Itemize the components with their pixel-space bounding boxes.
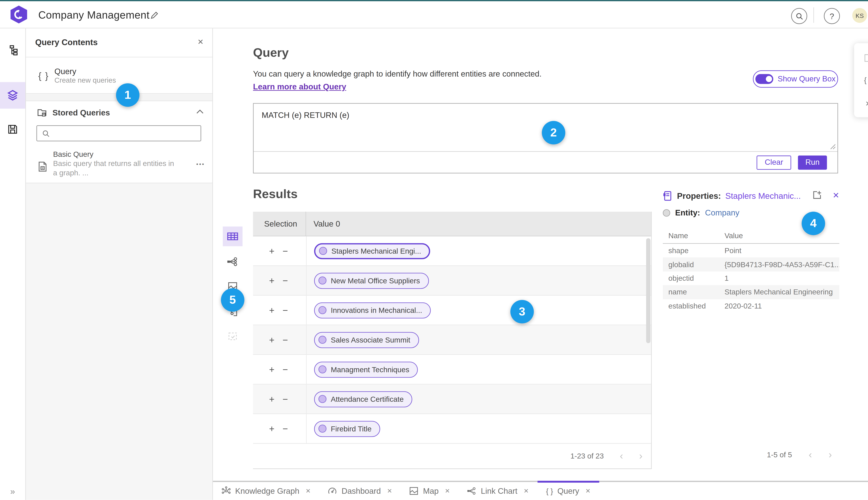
property-row: shape Point [663, 244, 840, 258]
property-name: name [663, 288, 724, 296]
contents-tool-button[interactable] [0, 82, 25, 109]
add-to-selection-button[interactable]: + [269, 395, 274, 404]
add-to-selection-button[interactable]: + [269, 306, 274, 315]
remove-from-selection-button[interactable]: − [283, 306, 288, 315]
query-item-subtitle: Create new queries [54, 76, 116, 84]
entity-pill[interactable]: Innovations in Mechanical... [314, 302, 431, 318]
add-to-new-icon[interactable] [812, 190, 822, 200]
column-header-name: Name [663, 231, 724, 243]
properties-entity-link[interactable]: Staplers Mechanic... [725, 191, 801, 200]
save-tool-button[interactable] [0, 116, 25, 143]
remove-from-selection-button[interactable]: − [283, 424, 288, 433]
results-scrollbar[interactable] [646, 238, 650, 343]
stored-queries-header[interactable]: Stored Queries [25, 101, 212, 124]
tab-knowledge-graph[interactable]: Knowledge Graph ✕ [213, 482, 319, 500]
toggle-switch-icon [755, 74, 773, 84]
previous-page-icon[interactable]: ‹ [620, 451, 623, 461]
tab-map[interactable]: Map ✕ [401, 482, 459, 500]
property-value: Point [724, 246, 839, 255]
stored-query-list-item[interactable]: Basic Query Basic query that returns all… [25, 148, 212, 183]
entity-pill[interactable]: Firebird Title [314, 421, 380, 436]
entity-pill-label: Sales Associate Summit [331, 336, 410, 344]
run-button[interactable]: Run [798, 155, 827, 169]
properties-doc-icon [663, 191, 673, 201]
entity-pill[interactable]: Sales Associate Summit [314, 332, 419, 348]
remove-from-selection-button[interactable]: − [283, 395, 288, 404]
link-chart-icon [227, 257, 238, 266]
tab-dashboard[interactable]: Dashboard ✕ [319, 482, 401, 500]
entity-pill[interactable]: New Metal Office Suppliers [314, 272, 429, 288]
remove-from-selection-button[interactable]: − [283, 276, 288, 285]
clear-button[interactable]: Clear [757, 155, 791, 169]
property-name: established [663, 302, 724, 310]
entity-pill-label: Staplers Mechanical Engi... [331, 247, 421, 255]
learn-more-link[interactable]: Learn more about Query [253, 82, 346, 91]
table-view-button[interactable] [223, 227, 242, 246]
entity-pill[interactable]: Managment Techniques [314, 361, 418, 377]
property-value: 1 [724, 274, 839, 283]
ellipsis-menu-button[interactable]: ••• [196, 161, 205, 167]
schema-tool-button[interactable] [0, 37, 25, 64]
property-value: Staplers Mechanical Engineering [724, 288, 839, 296]
table-row: + − Attendance Certificate [253, 385, 651, 414]
previous-page-icon[interactable]: ‹ [809, 450, 812, 460]
remove-from-selection-button[interactable]: − [283, 335, 288, 344]
add-to-selection-button[interactable]: + [269, 424, 274, 433]
close-tab-icon[interactable]: ✕ [524, 488, 529, 494]
entity-dot-icon [318, 365, 327, 373]
query-item-title: Query [54, 66, 116, 76]
menu-item-add-selection-to[interactable]: Add Selection To [854, 47, 868, 69]
remove-from-selection-button[interactable]: − [283, 365, 288, 374]
entity-pill-label: Innovations in Mechanical... [331, 306, 422, 315]
header-divider [813, 8, 814, 23]
dashboard-icon [328, 486, 337, 496]
show-query-box-toggle[interactable]: Show Query Box [753, 70, 838, 88]
close-tab-icon[interactable]: ✕ [445, 488, 450, 494]
properties-pagination: 1-5 of 5 ‹ › [663, 450, 840, 460]
add-to-selection-button[interactable]: + [269, 276, 274, 285]
next-page-icon[interactable]: › [829, 450, 832, 460]
next-page-icon[interactable]: › [639, 451, 642, 461]
close-tab-icon[interactable]: ✕ [306, 488, 311, 494]
edit-title-icon[interactable] [150, 10, 159, 20]
entity-dot-icon [319, 247, 327, 255]
close-properties-button[interactable]: ✕ [833, 191, 840, 200]
annotation-badge-1: 1 [116, 83, 139, 107]
close-panel-button[interactable]: ✕ [197, 38, 204, 46]
help-button[interactable]: ? [824, 8, 840, 24]
stored-query-title: Basic Query [53, 150, 176, 159]
entity-pill-label: Managment Techniques [331, 365, 409, 374]
close-tab-icon[interactable]: ✕ [585, 488, 591, 494]
query-section-description: You can query a knowledge graph to ident… [253, 69, 541, 78]
resize-handle[interactable] [830, 144, 835, 149]
add-to-selection-button[interactable]: + [269, 365, 274, 374]
add-to-link-chart-button[interactable] [223, 252, 242, 271]
remove-from-selection-button[interactable]: − [283, 246, 288, 255]
properties-header: Properties: Staplers Mechanic... ✕ [663, 189, 840, 202]
app-header: Company Management ? KS Knowledge Studio… [0, 1, 868, 28]
results-title: Results [253, 187, 298, 201]
avatar[interactable]: KS [852, 8, 867, 23]
close-tab-icon[interactable]: ✕ [387, 488, 392, 494]
chevron-up-icon[interactable] [196, 109, 204, 114]
menu-item-collapse[interactable]: » Collapse [854, 91, 868, 114]
search-button[interactable] [791, 8, 807, 24]
annotation-badge-2: 2 [542, 121, 565, 145]
tab-query[interactable]: { } Query ✕ [537, 482, 599, 500]
add-to-selection-button[interactable]: + [269, 246, 274, 255]
selection-cell: + − [253, 414, 306, 443]
entity-pill[interactable]: Attendance Certificate [314, 391, 412, 407]
tab-link-chart[interactable]: Link Chart ✕ [459, 482, 537, 500]
knowledge-graph-icon [221, 486, 231, 496]
selection-view-button[interactable] [223, 327, 242, 346]
add-to-selection-button[interactable]: + [269, 335, 274, 344]
properties-rows: shape Point globalid {5D9B4713-F98D-4A53… [663, 244, 840, 313]
value-cell: Staplers Mechanical Engi... [306, 237, 651, 265]
expand-rail-button[interactable]: » [0, 486, 25, 496]
stored-query-search-input[interactable] [36, 125, 201, 141]
selection-cell: + − [253, 355, 306, 384]
entity-pill[interactable]: Staplers Mechanical Engi... [314, 243, 430, 259]
query-text-input[interactable]: MATCH (e) RETURN (e) [262, 111, 349, 120]
app-logo-icon[interactable] [10, 5, 27, 23]
menu-item-store-as-new-query[interactable]: { } Store as New Query [854, 69, 868, 91]
